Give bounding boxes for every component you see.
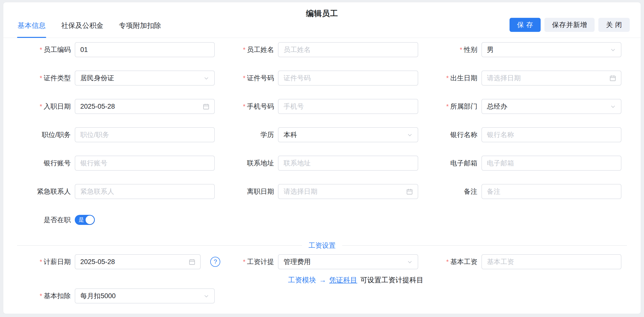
field-base-salary: *基本工资 — [424, 254, 627, 269]
field-label: 职位/职务 — [17, 130, 75, 139]
field-bank-account: 银行账号 — [17, 156, 220, 171]
employee-code-input[interactable] — [75, 42, 215, 57]
field-position: 职位/职务 — [17, 127, 220, 142]
help-icon[interactable]: ? — [210, 257, 220, 267]
field-value: 请选择日期 — [487, 74, 609, 83]
required-asterisk: * — [243, 46, 245, 53]
address-input[interactable] — [278, 156, 418, 171]
salary-accrual-select[interactable]: 管理费用 — [278, 254, 418, 269]
required-asterisk: * — [40, 46, 42, 53]
salary-module-link[interactable]: 工资模块 — [288, 275, 316, 285]
field-label: *员工姓名 — [220, 45, 278, 54]
field-address: 联系地址 — [220, 156, 423, 171]
field-value: 2025-05-28 — [80, 103, 202, 110]
dialog-title: 编辑员工 — [3, 8, 641, 19]
salary-date-datepicker[interactable]: 2025-05-28 — [75, 254, 201, 269]
required-asterisk: * — [40, 74, 42, 82]
phone-input[interactable] — [278, 99, 418, 114]
divider-line-left — [17, 245, 302, 246]
salary-settings-divider: 工资设置 — [17, 241, 627, 250]
field-gender: *性别 男 — [424, 42, 627, 57]
id-type-select[interactable]: 居民身份证 — [75, 71, 215, 86]
field-birth-date: *出生日期 请选择日期 — [424, 71, 627, 86]
bank-account-input[interactable] — [75, 156, 215, 171]
field-label: 银行名称 — [424, 130, 481, 139]
hire-date-datepicker[interactable]: 2025-05-28 — [75, 99, 215, 114]
required-asterisk: * — [40, 103, 42, 110]
edit-employee-dialog: 编辑员工 基本信息 社保及公积金 专项附加扣除 保 存 保存并新增 关 闭 *员… — [3, 2, 641, 314]
field-label: 联系地址 — [220, 159, 278, 168]
salary-settings-title: 工资设置 — [309, 241, 336, 250]
screen: 编辑员工 基本信息 社保及公积金 专项附加扣除 保 存 保存并新增 关 闭 *员… — [0, 0, 644, 317]
field-phone: *手机号码 — [220, 99, 423, 114]
deduction-fields-grid: *基本扣除 每月扣5000 — [17, 288, 627, 303]
field-label: 备注 — [424, 187, 481, 196]
birth-date-datepicker[interactable]: 请选择日期 — [481, 71, 621, 86]
gender-select[interactable]: 男 — [481, 42, 621, 57]
field-id-number: *证件号码 — [220, 71, 423, 86]
base-salary-input[interactable] — [481, 254, 621, 269]
field-label: *工资计提 — [220, 257, 278, 266]
employee-name-input[interactable] — [278, 42, 418, 57]
field-email: 电子邮箱 — [424, 156, 627, 171]
field-label: 电子邮箱 — [424, 159, 481, 168]
calendar-icon — [188, 258, 196, 266]
department-select[interactable]: 总经办 — [481, 99, 621, 114]
position-input[interactable] — [75, 127, 215, 142]
leave-date-datepicker[interactable]: 请选择日期 — [278, 184, 418, 199]
field-label: *入职日期 — [17, 102, 75, 111]
save-button[interactable]: 保 存 — [510, 18, 541, 32]
required-asterisk: * — [243, 258, 245, 266]
emergency-contact-input[interactable] — [75, 184, 215, 199]
field-label: *性别 — [424, 45, 481, 54]
chevron-down-icon — [406, 259, 413, 265]
required-asterisk: * — [446, 258, 449, 266]
required-asterisk: * — [460, 46, 462, 53]
field-department: *所属部门 总经办 — [424, 99, 627, 114]
bank-name-input[interactable] — [481, 127, 621, 142]
field-label: 离职日期 — [220, 187, 278, 196]
voucher-subject-link[interactable]: 凭证科目 — [329, 275, 357, 285]
divider-line-right — [342, 245, 627, 246]
field-value: 男 — [487, 45, 610, 54]
field-leave-date: 离职日期 请选择日期 — [220, 184, 423, 199]
close-button[interactable]: 关 闭 — [598, 18, 630, 32]
field-label: 紧急联系人 — [17, 187, 75, 196]
field-id-type: *证件类型 居民身份证 — [17, 71, 220, 86]
chevron-down-icon — [203, 75, 210, 82]
field-value: 总经办 — [487, 102, 610, 111]
save-and-new-button[interactable]: 保存并新增 — [544, 18, 595, 32]
required-asterisk: * — [243, 74, 245, 82]
field-employee-code: *员工编码 — [17, 42, 220, 57]
required-asterisk: * — [446, 103, 449, 110]
basic-fields-grid: *员工编码 *员工姓名 *性别 男 *证件类型 居民身份证 *证件号码 *出生日… — [17, 42, 627, 227]
field-label: 银行账号 — [17, 159, 75, 168]
chevron-down-icon — [610, 46, 616, 53]
tab-basic-info[interactable]: 基本信息 — [17, 21, 46, 38]
employment-status-toggle[interactable]: 是 — [75, 215, 95, 225]
chevron-down-icon — [406, 132, 413, 138]
email-input[interactable] — [481, 156, 621, 171]
toggle-state-label: 是 — [79, 216, 84, 224]
education-select[interactable]: 本科 — [278, 127, 418, 142]
remark-input[interactable] — [481, 184, 621, 199]
field-hire-date: *入职日期 2025-05-28 — [17, 99, 220, 114]
calendar-icon — [406, 188, 413, 195]
field-salary-accrual: *工资计提 管理费用 — [220, 254, 423, 269]
dialog-header: 编辑员工 基本信息 社保及公积金 专项附加扣除 保 存 保存并新增 关 闭 — [3, 2, 641, 38]
hint-text: 可设置工资计提科目 — [360, 275, 423, 285]
basic-info-form: *员工编码 *员工姓名 *性别 男 *证件类型 居民身份证 *证件号码 *出生日… — [3, 42, 641, 314]
field-emergency-contact: 紧急联系人 — [17, 184, 220, 199]
tab-social-security[interactable]: 社保及公积金 — [61, 21, 104, 38]
toggle-knob — [86, 216, 94, 224]
field-label: *证件类型 — [17, 74, 75, 83]
field-label: *基本工资 — [424, 257, 481, 266]
field-value: 请选择日期 — [283, 187, 406, 196]
salary-fields-grid: *计薪日期 2025-05-28? *工资计提 管理费用 *基本工资 — [17, 254, 627, 269]
tab-special-deduction[interactable]: 专项附加扣除 — [118, 21, 162, 38]
id-number-input[interactable] — [278, 71, 418, 86]
base-deduction-select[interactable]: 每月扣5000 — [75, 288, 215, 303]
field-label: *计薪日期 — [17, 257, 75, 266]
field-label: *员工编码 — [17, 45, 75, 54]
field-label: *基本扣除 — [17, 291, 75, 300]
